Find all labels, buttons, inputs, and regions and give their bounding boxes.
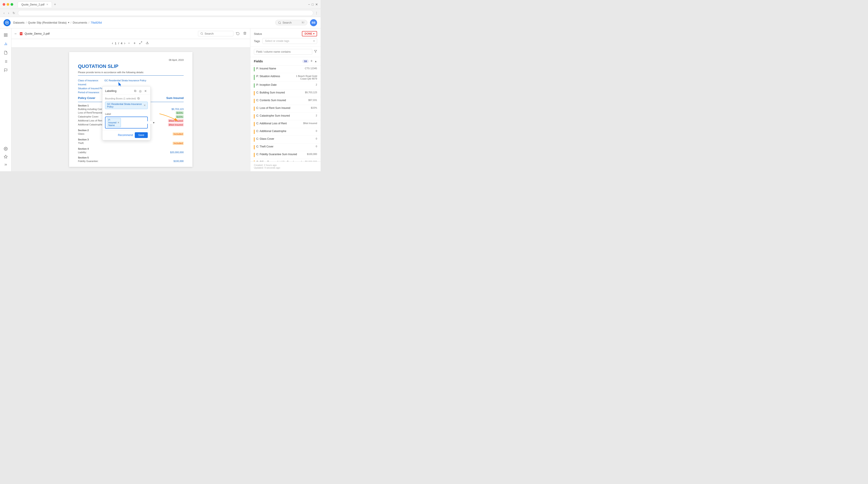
nav-back-button[interactable]: ‹ — [3, 10, 5, 16]
field-row[interactable]: C: Additional Loss of Rent $Not Insured — [250, 120, 320, 128]
field-row[interactable]: C: Loss of Rent Sum Insured $15% — [250, 105, 320, 113]
bbox-text: GC Residential Strata Insurance Policy — [107, 103, 144, 108]
doc-refresh-button[interactable] — [235, 31, 241, 37]
breadcrumb-sep-2: / — [71, 21, 71, 24]
zoom-in-button[interactable]: + — [132, 41, 136, 46]
tags-select[interactable]: Select or create tags ▾ — [262, 38, 317, 44]
pdf-field-class: Class of Insurance: GC Residential Strat… — [78, 79, 184, 82]
status-value: DONE — [305, 32, 312, 35]
new-tab-button[interactable]: + — [52, 1, 58, 7]
field-row[interactable]: P: Insured Name CTS 12345 — [250, 65, 320, 73]
window-restore-btn[interactable]: □ — [312, 3, 314, 6]
breadcrumb-sep-3: / — [89, 21, 89, 24]
window-maximize-button[interactable] — [10, 3, 13, 6]
popup-bbox-copy-button[interactable]: ⧉ — [137, 96, 140, 100]
doc-search-input[interactable] — [205, 32, 231, 35]
fields-header-right: 59 + ▲ — [302, 59, 317, 63]
svg-rect-6 — [4, 35, 5, 36]
field-row[interactable]: C: Catastrophe Sum Insured 2 — [250, 113, 320, 120]
popup-copy-button[interactable]: ⧉ — [133, 89, 137, 93]
popup-target-button[interactable]: ◎ — [138, 89, 143, 93]
pdf-subtitle: Please provide terms in accordance with … — [78, 71, 184, 76]
field-value: 2 — [316, 114, 317, 117]
next-page-button[interactable]: › — [124, 41, 125, 45]
pdf-policy-title: Policy Cover — [78, 96, 95, 101]
header-search-icon — [278, 21, 281, 24]
footer-updated: Updated: 4 seconds ago — [254, 166, 317, 169]
label-text-input[interactable] — [122, 121, 152, 124]
window-close-button[interactable] — [3, 3, 5, 6]
field-indicator — [254, 130, 254, 134]
field-row[interactable]: C: Glass Cover 0 — [250, 136, 320, 143]
doc-filename: Quote_Demo_2.pdf — [25, 32, 50, 35]
breadcrumb-documents[interactable]: Documents — [73, 21, 87, 24]
field-value: 0 — [316, 130, 317, 132]
nav-refresh-button[interactable]: ↻ — [12, 10, 16, 16]
sidebar-icon-grid[interactable] — [2, 31, 10, 39]
bbox-remove-button[interactable]: ✕ — [144, 104, 146, 107]
download-button[interactable] — [145, 41, 150, 46]
field-row[interactable]: P: Inception Date 2 — [250, 82, 320, 89]
label-tag-remove-button[interactable]: ✕ — [117, 121, 119, 124]
svg-line-24 — [141, 42, 142, 42]
status-section: Status DONE ▾ Tags Select or create tags… — [250, 28, 320, 47]
breadcrumb-dropdown-button[interactable]: ▾ — [68, 21, 69, 24]
field-row[interactable]: C: Fidelity Guarantee Sum Insured $100,0… — [250, 151, 320, 159]
popup-close-button[interactable]: ✕ — [143, 89, 148, 93]
field-row[interactable]: C: Additional Catastrophe 0 — [250, 128, 320, 136]
field-row[interactable]: C: Theft Cover 0 — [250, 143, 320, 151]
field-value: 1 Beach Road Gold Coast Qld 4879 — [293, 75, 317, 80]
zoom-out-button[interactable]: − — [127, 41, 131, 46]
header-search-input[interactable] — [282, 21, 300, 24]
field-value: 0 — [316, 137, 317, 140]
doc-content[interactable]: 08 April, 2019 QUOTATION SLIP Please pro… — [11, 48, 250, 171]
address-input[interactable] — [18, 10, 313, 16]
breadcrumb-datasets[interactable]: Datasets — [13, 21, 25, 24]
field-row[interactable]: C: Building Sum Insured $9,703,123 — [250, 89, 320, 97]
sidebar-icon-list[interactable] — [2, 58, 10, 65]
breadcrumb-dataset-name[interactable]: Quote Slip (Residential Strata) — [28, 21, 67, 24]
save-button[interactable]: Save — [135, 132, 148, 138]
svg-line-25 — [140, 43, 140, 44]
browser-menu-icon[interactable]: ⋮ — [315, 11, 318, 15]
nav-forward-button[interactable]: › — [7, 10, 10, 16]
tags-label: Tags — [254, 39, 260, 43]
label-dropdown-button[interactable]: ▾ — [153, 121, 155, 124]
window-minimize-button[interactable] — [7, 3, 9, 6]
status-badge[interactable]: DONE ▾ — [302, 31, 317, 36]
label-tag: P: Insured Name ✕ — [107, 118, 121, 127]
filter-button[interactable] — [314, 50, 317, 54]
doc-delete-button[interactable] — [242, 31, 248, 37]
browser-titlebar: Quote_Demo_2.pdf ✕ + − □ ✕ — [0, 0, 320, 9]
sidebar-icon-flag[interactable] — [2, 66, 10, 74]
pdf-icon: PDF — [20, 32, 23, 35]
sidebar-icon-chart[interactable] — [2, 40, 10, 48]
field-row[interactable]: C: Contents Sum Insured $97,031 — [250, 97, 320, 105]
sidebar-icon-document[interactable] — [2, 49, 10, 57]
sidebar-icon-expand[interactable] — [2, 161, 10, 169]
sidebar-icon-sparkle[interactable] — [2, 153, 10, 161]
field-indicator — [254, 137, 254, 142]
breadcrumb: Datasets / Quote Slip (Residential Strat… — [13, 21, 102, 24]
sidebar-icon-settings[interactable] — [2, 145, 10, 153]
page-separator: / — [118, 42, 119, 45]
sidebar-bottom — [2, 145, 10, 169]
browser-tab[interactable]: Quote_Demo_2.pdf ✕ — [18, 2, 52, 7]
field-filter-input[interactable] — [254, 49, 312, 55]
fullscreen-button[interactable] — [138, 41, 143, 46]
pdf-class-value: GC Residential Strata Insurance Policy — [104, 79, 146, 82]
collapse-fields-button[interactable]: ▲ — [314, 60, 317, 63]
add-field-button[interactable]: + — [310, 59, 313, 63]
doc-back-button[interactable]: ← — [14, 32, 18, 36]
window-minimize-btn[interactable]: − — [308, 3, 310, 6]
header-avatar[interactable]: BB — [310, 19, 317, 26]
recommend-button[interactable]: Recommend — [118, 132, 133, 138]
pdf-section-5-num: Section 5 — [78, 156, 184, 159]
window-close-btn[interactable]: ✕ — [315, 3, 318, 6]
prev-page-button[interactable]: ‹ — [112, 41, 113, 45]
field-row[interactable]: C: Office Bearers Liability Sum Insured … — [250, 159, 320, 161]
field-name: C: Glass Cover — [256, 137, 316, 140]
field-value: $100,000 — [307, 153, 317, 155]
breadcrumb-doc-id[interactable]: 79a926d — [91, 21, 102, 24]
field-row[interactable]: P: Situation Address 1 Beach Road Gold C… — [250, 73, 320, 82]
